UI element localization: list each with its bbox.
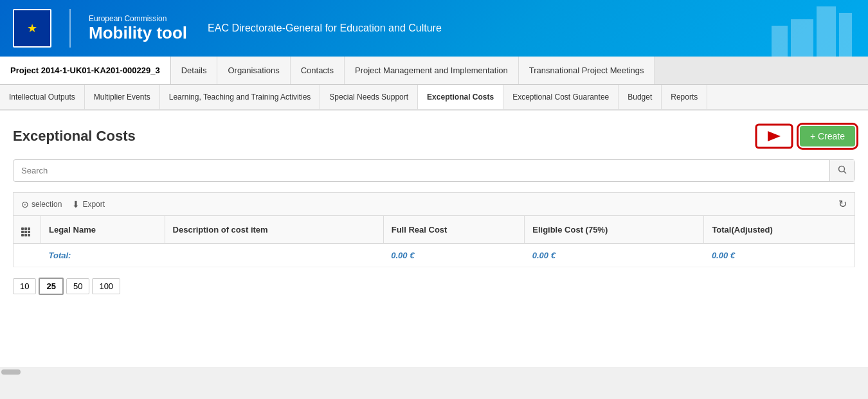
settings-icon: ⊙ xyxy=(21,199,29,209)
subtab-intellectual-outputs[interactable]: Intellectual Outputs xyxy=(0,85,85,109)
org-name: European Commission xyxy=(89,14,187,23)
header-divider xyxy=(69,9,71,48)
horizontal-scrollbar[interactable] xyxy=(0,368,868,375)
toolbar-right: ↻ xyxy=(838,198,847,210)
project-title: Project 2014-1-UK01-KA201-000229_3 xyxy=(0,57,171,84)
subtab-learning[interactable]: Learning, Teaching and Training Activiti… xyxy=(160,85,321,109)
download-icon: ⬇ xyxy=(72,199,80,209)
selection-label: selection xyxy=(32,200,62,209)
export-button[interactable]: ⬇ Export xyxy=(72,199,105,209)
total-row-empty xyxy=(14,244,41,267)
page-size-50[interactable]: 50 xyxy=(66,278,89,294)
svg-line-7 xyxy=(844,172,847,174)
tab-contacts[interactable]: Contacts xyxy=(291,57,345,84)
subtab-reports[interactable]: Reports xyxy=(662,85,707,109)
svg-rect-2 xyxy=(791,19,813,57)
logo-area: ★ European Commission Mobility tool EAC … xyxy=(13,9,442,48)
building-decoration xyxy=(739,0,868,57)
svg-rect-3 xyxy=(772,26,788,57)
app-header: ★ European Commission Mobility tool EAC … xyxy=(0,0,868,57)
col-description: Description of cost item xyxy=(165,216,383,244)
col-total-adjusted: Total(Adjusted) xyxy=(704,216,855,244)
total-eligible-cost: 0.00 € xyxy=(525,244,704,267)
pagination: 10 25 50 100 xyxy=(13,278,855,295)
selection-button[interactable]: ⊙ selection xyxy=(21,199,62,209)
eu-stars-icon: ★ xyxy=(27,22,37,34)
search-button[interactable] xyxy=(829,160,854,181)
page-size-25[interactable]: 25 xyxy=(39,278,63,295)
subtab-exceptional-cost-guarantee[interactable]: Exceptional Cost Guarantee xyxy=(503,85,619,109)
svg-marker-5 xyxy=(768,131,781,141)
svg-rect-0 xyxy=(817,6,836,57)
total-row: Total: 0.00 € 0.00 € 0.00 € xyxy=(14,244,855,267)
eu-logo: ★ xyxy=(13,9,51,48)
page-header-row: Exceptional Costs + Create xyxy=(13,123,855,149)
tab-organisations[interactable]: Organisations xyxy=(217,57,290,84)
tool-name: Mobility tool xyxy=(89,23,187,43)
header-subtitle: EAC Directorate-General for Education an… xyxy=(208,22,442,34)
svg-rect-1 xyxy=(839,13,852,57)
col-legal-name: Legal Name xyxy=(41,216,165,244)
col-grid xyxy=(14,216,41,244)
search-icon xyxy=(838,165,847,174)
tab-details[interactable]: Details xyxy=(171,57,218,84)
arrow-indicator-icon xyxy=(755,123,793,149)
col-full-real-cost: Full Real Cost xyxy=(383,216,525,244)
total-adjusted: 0.00 € xyxy=(704,244,855,267)
project-tabs: Details Organisations Contacts Project M… xyxy=(171,57,655,84)
subtab-budget[interactable]: Budget xyxy=(619,85,662,109)
scroll-thumb xyxy=(1,369,21,375)
search-input[interactable] xyxy=(14,161,829,181)
toolbar: ⊙ selection ⬇ Export ↻ xyxy=(13,192,855,215)
refresh-button[interactable]: ↻ xyxy=(838,198,847,210)
main-content: Exceptional Costs + Create ⊙ xyxy=(0,111,868,368)
project-nav: Project 2014-1-UK01-KA201-000229_3 Detai… xyxy=(0,57,868,85)
table-header-row: Legal Name Description of cost item Full… xyxy=(14,216,855,244)
create-btn-wrapper: + Create xyxy=(755,123,855,149)
data-table: Legal Name Description of cost item Full… xyxy=(13,215,855,267)
search-row xyxy=(13,159,855,182)
toolbar-left: ⊙ selection ⬇ Export xyxy=(21,199,105,209)
refresh-icon: ↻ xyxy=(838,198,847,210)
header-text: European Commission Mobility tool xyxy=(89,14,187,43)
arrow-wrapper xyxy=(755,123,793,149)
subtab-multiplier-events[interactable]: Multiplier Events xyxy=(85,85,160,109)
subtab-special-needs[interactable]: Special Needs Support xyxy=(320,85,418,109)
page-size-100[interactable]: 100 xyxy=(92,278,120,294)
tab-transnational[interactable]: Transnational Project Meetings xyxy=(519,57,655,84)
grid-icon xyxy=(21,227,30,236)
subtab-exceptional-costs[interactable]: Exceptional Costs xyxy=(418,85,503,111)
export-label: Export xyxy=(82,200,105,209)
create-button[interactable]: + Create xyxy=(800,126,855,146)
col-eligible-cost: Eligible Cost (75%) xyxy=(525,216,704,244)
total-label: Total: xyxy=(41,244,384,267)
svg-point-6 xyxy=(839,166,845,172)
page-size-10[interactable]: 10 xyxy=(13,278,36,294)
sub-nav: Intellectual Outputs Multiplier Events L… xyxy=(0,85,868,111)
tab-project-management[interactable]: Project Management and Implementation xyxy=(345,57,519,84)
total-full-real-cost: 0.00 € xyxy=(383,244,525,267)
page-title: Exceptional Costs xyxy=(13,128,136,145)
